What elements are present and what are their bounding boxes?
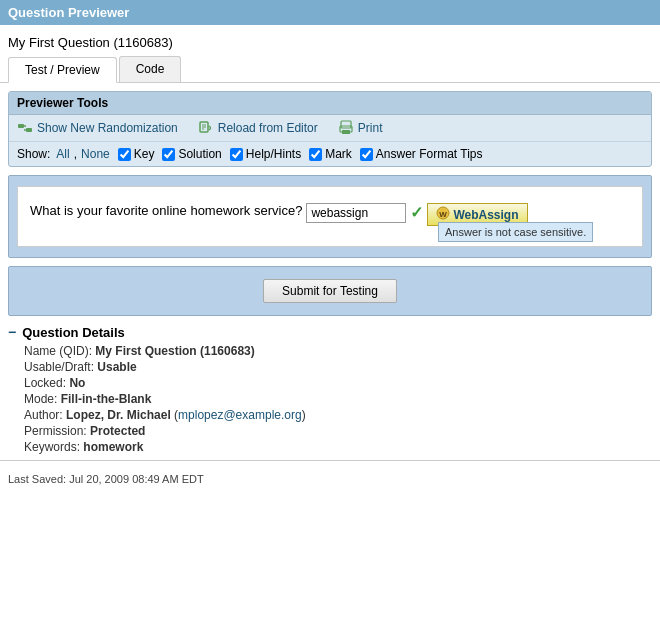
mark-label: Mark <box>325 147 352 161</box>
key-label: Key <box>134 147 155 161</box>
randomize-icon <box>17 120 33 136</box>
svg-text:W: W <box>440 210 448 219</box>
bottom-divider <box>0 460 660 461</box>
detail-label-usable: Usable/Draft: <box>24 360 97 374</box>
last-saved: Last Saved: Jul 20, 2009 08:49 AM EDT <box>0 465 660 489</box>
answerFormat-label: Answer Format Tips <box>376 147 483 161</box>
reload-button[interactable]: Reload from Editor <box>198 120 318 136</box>
submit-button[interactable]: Submit for Testing <box>263 279 397 303</box>
detail-value-author: Lopez, Dr. Michael <box>66 408 171 422</box>
detail-value-mode: Fill-in-the-Blank <box>61 392 152 406</box>
detail-value-locked: No <box>69 376 85 390</box>
tab-test-preview[interactable]: Test / Preview <box>8 57 117 83</box>
detail-value-permission: Protected <box>90 424 145 438</box>
solution-label: Solution <box>178 147 221 161</box>
solution-checkbox[interactable] <box>162 148 175 161</box>
detail-value-keywords: homework <box>83 440 143 454</box>
details-body: Name (QID): My First Question (1160683) … <box>8 344 652 454</box>
mark-checkbox-group: Mark <box>309 147 352 161</box>
solution-checkbox-group: Solution <box>162 147 221 161</box>
correct-icon: ✓ <box>410 203 423 222</box>
details-header: − Question Details <box>8 324 652 340</box>
detail-row-name: Name (QID): My First Question (1160683) <box>24 344 652 358</box>
detail-value-name: My First Question (1160683) <box>95 344 254 358</box>
detail-label-mode: Mode: <box>24 392 61 406</box>
detail-label-locked: Locked: <box>24 376 69 390</box>
submit-area: Submit for Testing <box>8 266 652 316</box>
randomize-button[interactable]: Show New Randomization <box>17 120 178 136</box>
collapse-icon[interactable]: − <box>8 324 16 340</box>
mark-checkbox[interactable] <box>309 148 322 161</box>
reload-icon <box>198 120 214 136</box>
helpHints-checkbox[interactable] <box>230 148 243 161</box>
question-inner: What is your favorite online homework se… <box>17 186 643 247</box>
previewer-tools-header: Previewer Tools <box>9 92 651 115</box>
question-name: My First Question (1160683) <box>0 25 660 56</box>
print-icon <box>338 120 354 136</box>
detail-row-locked: Locked: No <box>24 376 652 390</box>
show-options-row: Show: All , None Key Solution Help/Hints… <box>9 142 651 166</box>
helpHints-checkbox-group: Help/Hints <box>230 147 301 161</box>
key-checkbox[interactable] <box>118 148 131 161</box>
tools-row: Show New Randomization Reload from Edito… <box>9 115 651 142</box>
detail-row-mode: Mode: Fill-in-the-Blank <box>24 392 652 406</box>
svg-rect-6 <box>341 121 351 128</box>
answerFormat-checkbox-group: Answer Format Tips <box>360 147 483 161</box>
detail-label-permission: Permission: <box>24 424 90 438</box>
previewer-tools: Previewer Tools Show New Randomization <box>8 91 652 167</box>
separator: , <box>74 147 77 161</box>
key-checkbox-group: Key <box>118 147 155 161</box>
answer-tooltip: Answer is not case sensitive. <box>438 222 593 242</box>
answer-input[interactable] <box>306 203 406 223</box>
show-none-link[interactable]: None <box>81 147 110 161</box>
detail-label-name: Name (QID): <box>24 344 95 358</box>
helpHints-label: Help/Hints <box>246 147 301 161</box>
detail-label-author: Author: <box>24 408 66 422</box>
detail-row-usable: Usable/Draft: Usable <box>24 360 652 374</box>
detail-row-permission: Permission: Protected <box>24 424 652 438</box>
detail-value-usable: Usable <box>97 360 136 374</box>
detail-label-keywords: Keywords: <box>24 440 83 454</box>
detail-row-author: Author: Lopez, Dr. Michael (mplopez@exam… <box>24 408 652 422</box>
question-details: − Question Details Name (QID): My First … <box>8 324 652 454</box>
tabs-row: Test / Preview Code <box>0 56 660 83</box>
show-all-link[interactable]: All <box>56 147 69 161</box>
svg-rect-1 <box>26 128 32 132</box>
show-label: Show: <box>17 147 50 161</box>
tab-code[interactable]: Code <box>119 56 182 82</box>
svg-rect-8 <box>342 130 350 134</box>
webassign-icon: W <box>436 206 450 223</box>
answerFormat-checkbox[interactable] <box>360 148 373 161</box>
title-bar-label: Question Previewer <box>8 5 129 20</box>
question-area: What is your favorite online homework se… <box>8 175 652 258</box>
detail-row-keywords: Keywords: homework <box>24 440 652 454</box>
print-button[interactable]: Print <box>338 120 383 136</box>
title-bar: Question Previewer <box>0 0 660 25</box>
svg-rect-0 <box>18 124 24 128</box>
author-email-link[interactable]: mplopez@example.org <box>178 408 302 422</box>
